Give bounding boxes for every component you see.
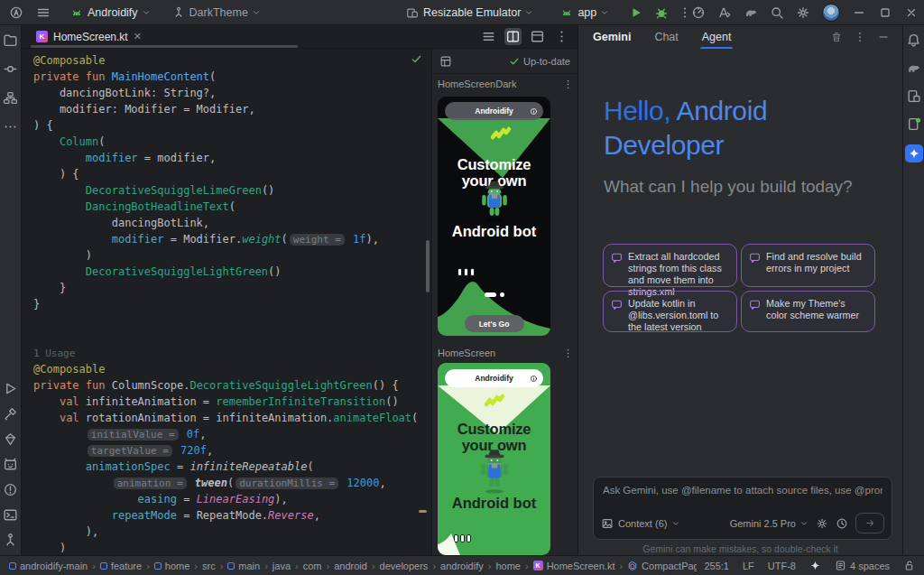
breadcrumb-item[interactable]: developers xyxy=(380,561,429,571)
code-line: private fun MainHomeContent( xyxy=(33,69,419,85)
model-selector[interactable]: Gemini 2.5 Pro xyxy=(730,518,808,529)
compose-function-icon xyxy=(627,561,638,571)
breadcrumb-item[interactable]: home xyxy=(495,561,521,571)
suggestion-card[interactable]: Extract all hardcoded strings from this … xyxy=(603,244,737,287)
logcat-icon[interactable] xyxy=(3,457,18,472)
suggestion-card[interactable]: Find and resolve build errors in my proj… xyxy=(741,244,875,287)
preview-layout-icon[interactable] xyxy=(439,55,452,68)
breadcrumb-item[interactable]: main xyxy=(227,561,260,571)
run-icon[interactable] xyxy=(3,381,18,396)
suggestion-card[interactable]: Make my Theme's color scheme warmer xyxy=(741,291,875,332)
breadcrumb-item[interactable]: com xyxy=(303,561,322,571)
more-horiz-icon[interactable] xyxy=(3,119,18,134)
apply-changes-icon[interactable] xyxy=(717,5,732,20)
indent-widget[interactable]: 4 spaces xyxy=(835,560,890,571)
editor-scrollbar[interactable] xyxy=(426,240,430,292)
device-icon xyxy=(406,6,419,19)
gradle-icon[interactable] xyxy=(906,60,921,76)
running-devices-icon[interactable] xyxy=(906,116,921,132)
info-icon xyxy=(530,107,538,116)
device-selector[interactable]: Resizable Emulator xyxy=(402,5,537,21)
tab-agent[interactable]: Agent xyxy=(702,25,732,49)
split-view-icon[interactable] xyxy=(504,28,522,45)
run-button[interactable] xyxy=(629,5,643,20)
breadcrumb-item[interactable]: CompactPager xyxy=(627,561,697,571)
tab-scrollbar[interactable] xyxy=(31,45,298,48)
clear-chat-icon[interactable] xyxy=(830,31,843,43)
preview-item-label[interactable]: HomeScreenDark xyxy=(438,79,516,89)
window-minimize-button[interactable] xyxy=(852,5,866,20)
context-chip[interactable]: Context (6) xyxy=(601,517,680,530)
notifications-icon[interactable] xyxy=(906,32,921,48)
hide-panel-icon[interactable] xyxy=(877,31,890,43)
breadcrumb-separator: › xyxy=(432,561,436,571)
preview-item-label[interactable]: HomeScreen xyxy=(438,348,495,358)
device-manager-icon[interactable] xyxy=(906,88,921,104)
search-icon[interactable] xyxy=(770,5,784,20)
android-head-icon xyxy=(560,6,573,19)
branch-selector[interactable]: DarkTheme xyxy=(169,5,264,21)
breadcrumb-item[interactable]: home xyxy=(154,561,190,571)
suggestion-text: Find and resolve build errors in my proj… xyxy=(766,251,867,280)
project-selector[interactable]: Androidify xyxy=(67,5,154,21)
history-icon[interactable] xyxy=(836,517,848,530)
more-actions-icon[interactable] xyxy=(678,5,692,20)
gradle-sync-icon[interactable] xyxy=(744,5,758,20)
gemini-status-icon[interactable] xyxy=(809,560,821,571)
problems-icon[interactable] xyxy=(3,482,18,497)
code-line: DecorativeSquiggleLimeGreen() xyxy=(33,182,419,199)
panel-menu-icon[interactable] xyxy=(854,31,866,43)
caret-position-widget[interactable]: 255:1 xyxy=(704,561,729,571)
main-menu-icon[interactable] xyxy=(36,5,51,20)
profiler-icon[interactable] xyxy=(691,5,706,20)
commit-icon[interactable] xyxy=(3,61,18,77)
chat-bubble-icon xyxy=(749,252,761,264)
breadcrumb-item[interactable]: androidify xyxy=(440,561,484,571)
user-avatar[interactable] xyxy=(822,4,840,22)
preview-item-menu-icon[interactable] xyxy=(562,348,574,359)
gemini-prompt-input[interactable] xyxy=(594,478,892,503)
encoding-widget[interactable]: UTF-8 xyxy=(768,561,796,571)
kotlin-file-icon: K xyxy=(533,561,543,570)
build-icon[interactable] xyxy=(3,406,18,422)
lock-icon[interactable] xyxy=(903,560,915,571)
code-area[interactable]: @Composableprivate fun MainHomeContent( … xyxy=(33,52,419,555)
project-icon[interactable] xyxy=(3,32,18,48)
structure-icon[interactable] xyxy=(3,90,18,106)
breadcrumb-item[interactable]: androidify-main xyxy=(9,561,88,571)
right-tool-strip xyxy=(902,25,924,555)
gemini-spark-icon[interactable] xyxy=(905,144,923,162)
terminal-icon[interactable] xyxy=(3,507,18,523)
run-config-selector[interactable]: app xyxy=(557,5,613,21)
breadcrumb-item[interactable]: KHomeScreen.kt xyxy=(533,561,615,571)
tab-close-icon[interactable]: ✕ xyxy=(134,32,142,42)
gemini-settings-icon[interactable] xyxy=(816,517,828,530)
breadcrumb-item[interactable]: android xyxy=(334,561,367,571)
preview-item-menu-icon[interactable] xyxy=(562,79,574,90)
vcs-icon[interactable] xyxy=(3,533,18,548)
breadcrumb-item[interactable]: feature xyxy=(100,561,142,571)
design-view-icon[interactable] xyxy=(529,28,546,45)
window-close-button[interactable] xyxy=(904,5,919,20)
debug-button[interactable] xyxy=(654,5,669,20)
inspections-ok-icon[interactable] xyxy=(411,53,422,65)
preview-item-header: HomeScreenDark xyxy=(438,76,574,92)
send-button[interactable] xyxy=(855,513,884,533)
code-view-icon[interactable] xyxy=(480,28,497,45)
preview-app-title: Androidify xyxy=(475,107,513,116)
window-maximize-button[interactable] xyxy=(878,5,892,20)
code-editor[interactable]: @Composableprivate fun MainHomeContent( … xyxy=(22,49,431,555)
breadcrumb-item[interactable]: src xyxy=(202,561,216,571)
insights-icon[interactable] xyxy=(3,431,18,447)
gemini-input-box[interactable]: Context (6) Gemini 2.5 Pro xyxy=(593,477,892,540)
settings-gear-icon[interactable] xyxy=(796,5,810,20)
code-line: animationSpec = infiniteRepeatable( xyxy=(33,459,419,475)
pager-dots xyxy=(457,268,475,276)
suggestion-card[interactable]: Update kotlin in @libs.version.toml to t… xyxy=(603,291,737,332)
code-line: @Composable xyxy=(33,52,419,69)
breadcrumb-separator: › xyxy=(92,561,96,571)
breadcrumb-item[interactable]: java xyxy=(273,561,291,571)
line-separator-widget[interactable]: LF xyxy=(743,561,754,571)
editor-menu-icon[interactable] xyxy=(553,28,570,45)
tab-chat[interactable]: Chat xyxy=(654,25,678,49)
